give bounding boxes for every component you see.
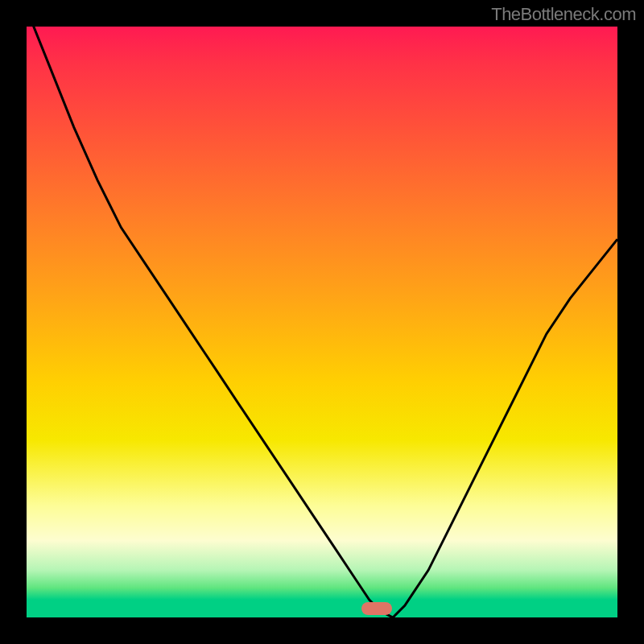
bottleneck-curve — [27, 27, 617, 617]
optimal-point-marker — [361, 602, 392, 615]
watermark-text: TheBottleneck.com — [491, 4, 636, 25]
